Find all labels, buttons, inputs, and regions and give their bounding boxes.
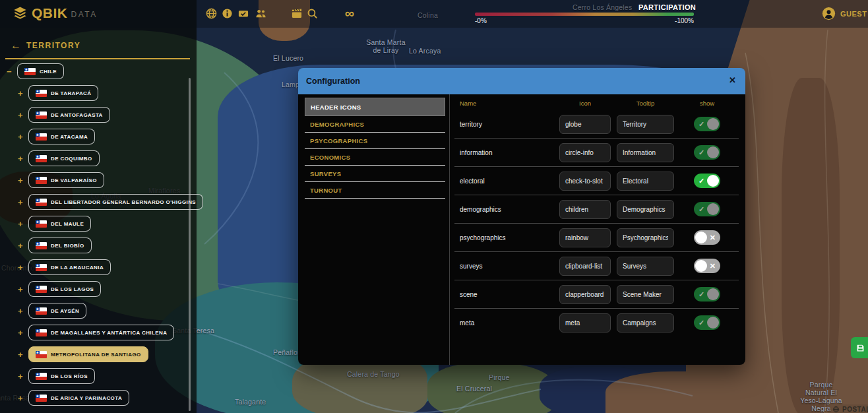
config-menu-item[interactable]: TURNOUT xyxy=(305,182,445,199)
envelope-check-icon[interactable] xyxy=(237,8,249,20)
toggle-knob xyxy=(707,146,719,158)
region-pill[interactable]: ★ DE LOS RÍOS xyxy=(28,368,95,384)
chile-flag-icon: ★ xyxy=(36,395,47,402)
expand-icon[interactable] xyxy=(18,197,28,207)
region-label: DE VALPARAÍSO xyxy=(51,177,97,183)
tooltip-input[interactable] xyxy=(617,143,674,162)
collapse-icon[interactable] xyxy=(7,67,17,77)
region-pill[interactable]: ★ DE COQUIMBO xyxy=(28,150,100,166)
expand-icon[interactable] xyxy=(18,371,28,381)
expand-icon[interactable] xyxy=(18,110,28,120)
show-toggle[interactable] xyxy=(694,315,720,330)
modal-header[interactable]: Configuration xyxy=(298,68,745,94)
icon-input[interactable] xyxy=(559,228,611,247)
region-pill[interactable]: ★ DE TARAPACÁ xyxy=(28,85,98,101)
map-place-label: Lo Arcaya xyxy=(409,47,441,55)
app-screen: ColinaCerro Los ÁngelesSanta Marta de Li… xyxy=(0,0,868,413)
expand-icon[interactable] xyxy=(18,284,28,294)
icon-input[interactable] xyxy=(559,285,611,304)
postal-layer-button[interactable]: POSTAL xyxy=(828,404,868,413)
meta-icon[interactable] xyxy=(342,4,357,22)
search-icon[interactable] xyxy=(306,8,318,20)
config-menu-item[interactable]: PSYCOGRAPHICS xyxy=(305,133,445,149)
show-toggle[interactable] xyxy=(694,174,720,188)
tooltip-input[interactable] xyxy=(617,172,674,191)
save-button[interactable]: Save xyxy=(851,337,868,358)
region-pill[interactable]: ★ DE VALPARAÍSO xyxy=(28,172,104,188)
country-pill[interactable]: ★ CHILE xyxy=(17,63,64,79)
expand-icon[interactable] xyxy=(18,328,28,338)
row-name-label: information xyxy=(460,139,492,167)
tooltip-input[interactable] xyxy=(617,228,674,247)
territory-sidebar: TERRITORY ★ CHILE ★ DE TARAPACÁ xyxy=(0,0,197,413)
icon-input[interactable] xyxy=(559,257,611,276)
tooltip-input[interactable] xyxy=(617,313,674,333)
config-menu-item[interactable]: DEMOGRAPHICS xyxy=(305,116,445,133)
config-menu: HEADER ICONSDEMOGRAPHICSPSYCOGRAPHICSECO… xyxy=(305,98,445,199)
region-pill[interactable]: ★ DE MAGALLANES Y ANTÁRTICA CHILENA xyxy=(28,325,174,340)
show-toggle[interactable] xyxy=(694,202,720,216)
toggle-state-icon xyxy=(698,117,704,131)
users-icon[interactable] xyxy=(255,8,266,20)
row-name-label: surveys xyxy=(460,252,482,280)
app-logo[interactable]: QBIK DATA xyxy=(12,5,98,21)
map-place-label: Santa Marta de Liray xyxy=(366,38,405,54)
icon-input[interactable] xyxy=(559,172,611,191)
show-toggle[interactable] xyxy=(694,145,720,160)
chile-flag-icon: ★ xyxy=(36,199,47,206)
show-toggle[interactable] xyxy=(694,117,720,131)
config-table-row: territory xyxy=(454,110,739,139)
circle-info-icon[interactable] xyxy=(221,8,233,20)
map-place-label: Peñaflor xyxy=(273,348,300,356)
expand-icon[interactable] xyxy=(18,154,28,164)
expand-icon[interactable] xyxy=(18,132,28,142)
close-icon[interactable] xyxy=(729,75,736,85)
expand-icon[interactable] xyxy=(18,219,28,229)
icon-input[interactable] xyxy=(559,200,611,219)
tooltip-input[interactable] xyxy=(617,285,674,304)
region-pill[interactable]: ★ DE ATACAMA xyxy=(28,129,95,144)
expand-icon[interactable] xyxy=(18,241,28,251)
show-toggle[interactable] xyxy=(694,287,720,302)
toggle-state-icon xyxy=(698,145,704,160)
layers-icon xyxy=(12,6,28,20)
tooltip-input[interactable] xyxy=(617,257,674,276)
tooltip-input[interactable] xyxy=(617,115,674,134)
config-menu-item[interactable]: ECONOMICS xyxy=(305,149,445,166)
sidebar-scrollbar[interactable] xyxy=(189,78,191,411)
user-menu[interactable]: GUEST USER xyxy=(822,7,868,20)
region-pill[interactable]: ★ DEL BIOBÍO xyxy=(28,238,92,253)
clapperboard-icon[interactable] xyxy=(291,8,303,20)
region-label: DE LOS RÍOS xyxy=(51,373,88,379)
config-menu-item[interactable]: HEADER ICONS xyxy=(305,98,445,116)
tooltip-input[interactable] xyxy=(617,200,674,219)
expand-icon[interactable] xyxy=(18,263,28,272)
column-header-name: Name xyxy=(460,100,476,107)
region-pill[interactable]: ★ DE AYSÉN xyxy=(28,303,86,319)
show-toggle[interactable] xyxy=(694,259,720,273)
region-pill[interactable]: ★ DE LA ARAUCANIA xyxy=(28,259,111,275)
icon-input[interactable] xyxy=(559,143,611,162)
toggle-state-icon xyxy=(698,287,704,302)
globe-icon[interactable] xyxy=(205,8,217,20)
show-toggle[interactable] xyxy=(694,230,720,245)
region-pill[interactable]: ★ DEL MAULE xyxy=(28,216,91,232)
region-pill[interactable]: ★ DE ANTOFAGASTA xyxy=(28,107,110,123)
tree-row-region: ★ DEL LIBERTADOR GENERAL BERNARDO O'HIGG… xyxy=(0,194,191,210)
expand-icon[interactable] xyxy=(18,88,28,98)
back-arrow-icon[interactable] xyxy=(11,40,21,51)
region-pill[interactable]: ★ DEL LIBERTADOR GENERAL BERNARDO O'HIGG… xyxy=(28,194,203,210)
tree-row-region: ★ METROPOLITANA DE SANTIAGO xyxy=(0,346,191,362)
region-pill[interactable]: ★ DE LOS LAGOS xyxy=(28,281,101,297)
expand-icon[interactable] xyxy=(18,393,28,403)
config-menu-item[interactable]: SURVEYS xyxy=(305,166,445,182)
chile-flag-icon: ★ xyxy=(36,177,47,184)
icon-input[interactable] xyxy=(559,115,611,134)
region-pill[interactable]: ★ DE ARICA Y PARINACOTA xyxy=(28,390,129,406)
icon-input[interactable] xyxy=(559,313,611,333)
expand-icon[interactable] xyxy=(18,350,28,360)
expand-icon[interactable] xyxy=(18,175,28,185)
expand-icon[interactable] xyxy=(18,306,28,316)
region-pill[interactable]: ★ METROPOLITANA DE SANTIAGO xyxy=(28,346,148,362)
chile-flag-icon: ★ xyxy=(36,373,47,380)
